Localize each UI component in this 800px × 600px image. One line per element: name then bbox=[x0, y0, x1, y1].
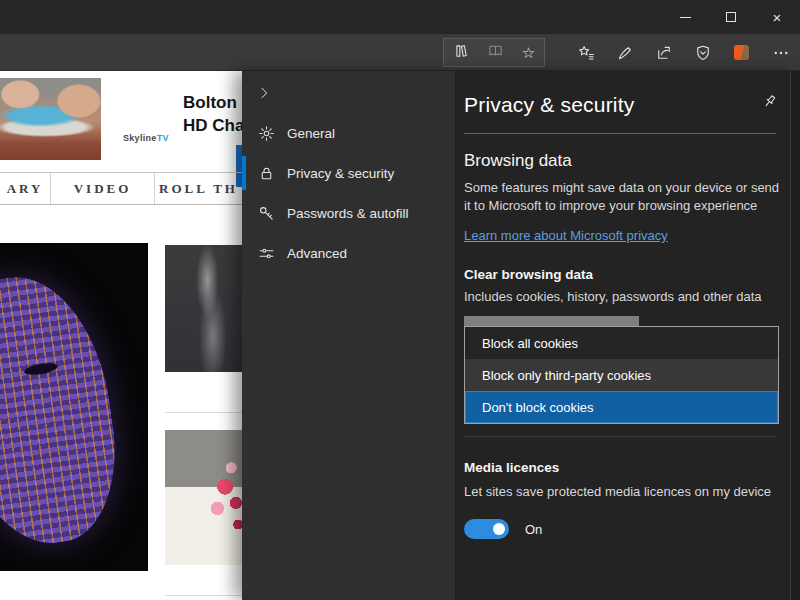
minimize-icon bbox=[680, 17, 691, 18]
cookies-dropdown-list: Block all cookies Block only third-party… bbox=[464, 326, 779, 424]
sidebar-items: General Privacy & security Passwords bbox=[242, 113, 455, 273]
minimize-button[interactable] bbox=[662, 0, 708, 34]
option-block-third-party-cookies[interactable]: Block only third-party cookies bbox=[465, 359, 778, 391]
headline-line-2: HD Cha bbox=[183, 114, 242, 137]
microsoft-privacy-link[interactable]: Learn more about Microsoft privacy bbox=[464, 228, 668, 243]
nav-item-roll-th[interactable]: ROLL TH bbox=[155, 173, 242, 204]
orange-extension-icon[interactable] bbox=[722, 34, 761, 71]
sidebar-item-privacy-security[interactable]: Privacy & security bbox=[242, 153, 455, 193]
clear-browsing-description: Includes cookies, history, passwords and… bbox=[464, 288, 766, 306]
page-navigation: ARY VIDEO ROLL TH bbox=[0, 172, 242, 205]
toggle-knob bbox=[493, 523, 505, 535]
web-note-pen-icon[interactable] bbox=[605, 34, 644, 71]
maximize-button[interactable] bbox=[708, 0, 754, 34]
settings-sidebar: General Privacy & security Passwords bbox=[242, 71, 455, 600]
more-menu-ellipsis-icon[interactable] bbox=[761, 34, 800, 71]
media-licences-description: Let sites save protected media licences … bbox=[464, 483, 782, 501]
toolbar-buttons bbox=[566, 34, 800, 71]
background-webpage: Bolton HD Cha SkylineTV ARY VIDEO ROLL T… bbox=[0, 71, 242, 600]
sidebar-item-label: Advanced bbox=[287, 246, 347, 261]
browser-window: × ☆ bbox=[0, 0, 800, 600]
titlebar: × bbox=[0, 0, 800, 34]
article-image-flowers[interactable] bbox=[165, 430, 242, 565]
column-divider bbox=[165, 412, 242, 413]
books-icon[interactable] bbox=[453, 42, 470, 63]
cookies-select-control-edge[interactable] bbox=[464, 316, 639, 326]
page-headline[interactable]: Bolton HD Cha bbox=[183, 91, 242, 137]
selected-item-indicator bbox=[242, 156, 246, 190]
browser-toolbar: ☆ bbox=[0, 34, 800, 71]
window-controls: × bbox=[662, 0, 800, 34]
media-licences-heading: Media licences bbox=[464, 460, 790, 475]
gear-icon bbox=[257, 124, 275, 142]
panel-scrollbar-track[interactable] bbox=[790, 71, 800, 600]
sidebar-item-advanced[interactable]: Advanced bbox=[242, 233, 455, 273]
browsing-data-heading: Browsing data bbox=[464, 151, 790, 171]
shield-extension-icon[interactable] bbox=[683, 34, 722, 71]
article-photo-hands-device[interactable] bbox=[0, 78, 101, 160]
settings-flyout-panel: General Privacy & security Passwords bbox=[242, 71, 800, 600]
content-area: Bolton HD Cha SkylineTV ARY VIDEO ROLL T… bbox=[0, 71, 800, 600]
sidebar-collapse-button[interactable] bbox=[250, 80, 278, 106]
sidebar-item-label: Passwords & autofill bbox=[287, 206, 409, 221]
address-bar-end-group: ☆ bbox=[443, 38, 545, 67]
sidebar-item-label: Privacy & security bbox=[287, 166, 394, 181]
media-licences-toggle[interactable] bbox=[464, 519, 509, 539]
page-title: Privacy & security bbox=[464, 93, 634, 117]
maximize-icon bbox=[726, 12, 736, 22]
headline-line-1: Bolton bbox=[183, 91, 242, 114]
clear-browsing-heading: Clear browsing data bbox=[464, 267, 790, 282]
extension-badge bbox=[734, 45, 749, 60]
article-image-xray[interactable] bbox=[165, 245, 242, 372]
section-divider bbox=[464, 436, 776, 437]
option-block-all-cookies[interactable]: Block all cookies bbox=[465, 327, 778, 359]
column-divider bbox=[165, 595, 242, 596]
pin-panel-button[interactable] bbox=[761, 93, 778, 114]
toggle-state-label: On bbox=[525, 522, 542, 537]
sidebar-item-passwords-autofill[interactable]: Passwords & autofill bbox=[242, 193, 455, 233]
nav-item-video[interactable]: VIDEO bbox=[50, 173, 155, 204]
share-icon[interactable] bbox=[644, 34, 683, 71]
lock-icon bbox=[257, 164, 275, 182]
sidebar-item-label: General bbox=[287, 126, 335, 141]
sliders-icon bbox=[257, 244, 275, 262]
logo-text: Skyline bbox=[123, 133, 157, 143]
article-image-circuit-face[interactable] bbox=[0, 243, 148, 571]
panel-title-row: Privacy & security bbox=[464, 93, 790, 117]
circuit-face-shape bbox=[0, 266, 127, 554]
logo-tv-text: TV bbox=[157, 133, 169, 143]
media-licences-toggle-row: On bbox=[464, 519, 790, 539]
settings-main-pane: Privacy & security Browsing data Some fe… bbox=[455, 71, 790, 600]
nav-item-ary[interactable]: ARY bbox=[0, 173, 50, 204]
site-logo[interactable]: SkylineTV bbox=[123, 133, 169, 143]
sidebar-item-general[interactable]: General bbox=[242, 113, 455, 153]
option-dont-block-cookies[interactable]: Don't block cookies bbox=[465, 391, 778, 423]
reading-view-icon[interactable] bbox=[487, 42, 504, 63]
title-divider bbox=[464, 133, 776, 134]
hub-favorites-icon[interactable] bbox=[566, 34, 605, 71]
add-favorite-star-icon[interactable]: ☆ bbox=[522, 45, 535, 60]
key-icon bbox=[257, 204, 275, 222]
close-button[interactable]: × bbox=[754, 0, 800, 34]
browsing-data-description: Some features might save data on your de… bbox=[464, 179, 782, 215]
